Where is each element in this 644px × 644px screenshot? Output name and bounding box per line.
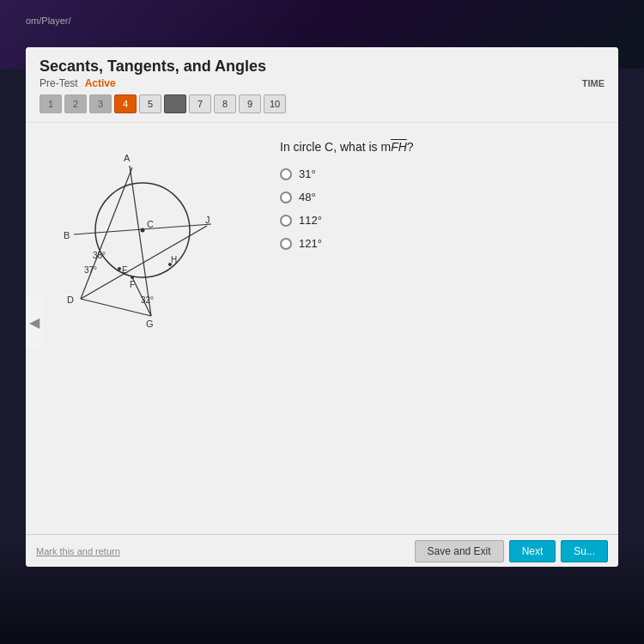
svg-text:37°: 37° — [84, 265, 97, 275]
svg-point-15 — [131, 276, 134, 279]
answer-choice-4[interactable]: 121° — [280, 237, 605, 250]
footer: Mark this and return Save and Exit Next … — [26, 534, 618, 567]
svg-text:D: D — [67, 295, 74, 305]
svg-text:J: J — [205, 215, 210, 225]
svg-text:C: C — [147, 219, 154, 229]
nav-btn-1[interactable]: 1 — [39, 94, 62, 113]
radio-2[interactable] — [280, 191, 292, 204]
answer-text-1: 31° — [299, 167, 316, 180]
question-nav: 1 2 3 4 5 7 8 9 10 — [39, 94, 605, 113]
answer-choice-2[interactable]: 48° — [280, 191, 605, 204]
nav-btn-5[interactable]: 5 — [139, 94, 161, 113]
svg-text:F: F — [130, 280, 135, 289]
left-nav-arrow[interactable]: ◀ — [26, 296, 43, 348]
save-exit-button[interactable]: Save and Exit — [415, 540, 504, 562]
nav-btn-2[interactable]: 2 — [64, 94, 87, 113]
radio-3[interactable] — [280, 215, 292, 227]
geometry-diagram: C A — [39, 131, 246, 355]
page-title: Secants, Tangents, and Angles — [39, 58, 605, 76]
svg-text:A: A — [124, 153, 131, 163]
radio-1[interactable] — [280, 168, 292, 180]
pre-test-label: Pre-Test — [39, 77, 78, 89]
footer-buttons: Save and Exit Next Su... — [415, 540, 608, 562]
mark-return-link[interactable]: Mark this and return — [36, 546, 120, 556]
nav-btn-6[interactable] — [164, 94, 186, 113]
answer-text-3: 112° — [299, 214, 322, 227]
main-screen: Secants, Tangents, and Angles Pre-Test A… — [26, 47, 618, 567]
question-area: C A — [26, 123, 618, 367]
nav-btn-9[interactable]: 9 — [239, 94, 261, 113]
nav-btn-10[interactable]: 10 — [264, 94, 286, 113]
answer-text-2: 48° — [299, 191, 316, 204]
nav-btn-8[interactable]: 8 — [214, 94, 236, 113]
submit-button[interactable]: Su... — [561, 540, 608, 562]
nav-btn-3[interactable]: 3 — [89, 94, 112, 113]
next-button[interactable]: Next — [509, 540, 556, 562]
diagram-container: C A — [39, 131, 263, 358]
svg-text:B: B — [64, 230, 70, 240]
svg-line-3 — [74, 224, 211, 234]
svg-point-13 — [118, 267, 121, 270]
active-label: Active — [85, 77, 116, 89]
svg-text:H: H — [171, 255, 177, 264]
svg-line-6 — [81, 226, 207, 299]
radio-4[interactable] — [280, 238, 292, 250]
svg-text:G: G — [146, 319, 154, 329]
url-bar: om/Player/ — [26, 15, 71, 26]
time-label: TIME — [582, 78, 605, 88]
svg-point-1 — [141, 228, 145, 233]
nav-btn-4[interactable]: 4 — [114, 94, 137, 113]
answer-choice-1[interactable]: 31° — [280, 167, 605, 180]
nav-btn-7[interactable]: 7 — [189, 94, 211, 113]
question-text: In circle C, what is mFH? — [280, 140, 605, 154]
answer-choice-3[interactable]: 112° — [280, 214, 605, 227]
answer-text-4: 121° — [299, 237, 322, 250]
svg-text:38°: 38° — [93, 251, 106, 260]
svg-text:E: E — [122, 265, 128, 275]
answer-section: In circle C, what is mFH? 31° 48° 112° 1 — [280, 131, 605, 358]
header: Secants, Tangents, and Angles Pre-Test A… — [26, 47, 618, 123]
arrow-icon: ◀ — [29, 314, 39, 331]
svg-text:32°: 32° — [141, 295, 154, 305]
